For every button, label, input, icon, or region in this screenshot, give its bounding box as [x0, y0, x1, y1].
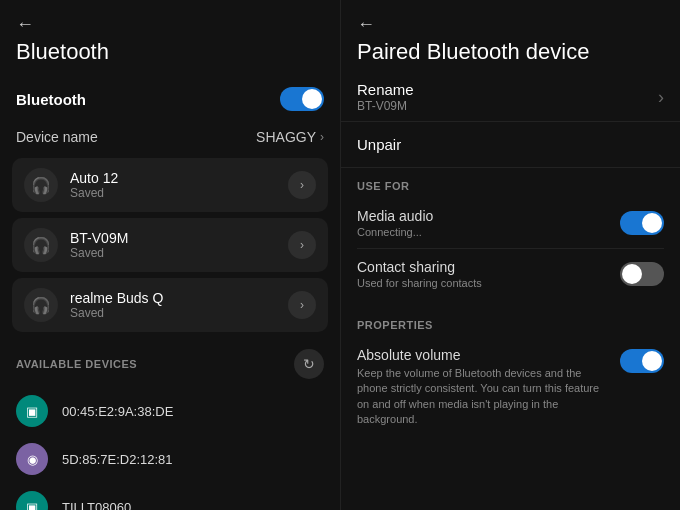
- bluetooth-toggle-row: Bluetooth: [0, 75, 340, 123]
- toggle-thumb-media: [642, 213, 662, 233]
- left-panel: ← Bluetooth Bluetooth Device name SHAGGY…: [0, 0, 340, 510]
- device-name-realme: realme Buds Q: [70, 290, 276, 306]
- device-name-label: Device name: [16, 129, 98, 145]
- device-name-btv09m: BT-V09M: [70, 230, 276, 246]
- bluetooth-toggle[interactable]: [280, 87, 324, 111]
- device-status-auto12: Saved: [70, 186, 276, 200]
- properties-label: PROPERTIES: [341, 307, 680, 337]
- available-item-3[interactable]: ▣ TILLT08060: [0, 483, 340, 510]
- properties-section: PROPERTIES Absolute volume Keep the volu…: [341, 307, 680, 438]
- refresh-button[interactable]: ↻: [294, 349, 324, 379]
- media-audio-label: Media audio: [357, 208, 433, 224]
- avail-icon-1: ▣: [16, 395, 48, 427]
- device-info-auto12: Auto 12 Saved: [70, 170, 276, 200]
- device-chevron-realme[interactable]: ›: [288, 291, 316, 319]
- device-name-auto12: Auto 12: [70, 170, 276, 186]
- abs-volume-toggle[interactable]: [620, 349, 664, 373]
- left-title: Bluetooth: [16, 39, 324, 65]
- rename-chevron: ›: [658, 87, 664, 108]
- device-name-chevron: ›: [320, 130, 324, 144]
- contact-sharing-desc: Used for sharing contacts: [357, 277, 482, 289]
- abs-volume-label: Absolute volume: [357, 347, 604, 363]
- avail-icon-2: ◉: [16, 443, 48, 475]
- bluetooth-label: Bluetooth: [16, 91, 86, 108]
- device-item-auto12[interactable]: 🎧 Auto 12 Saved ›: [12, 158, 328, 212]
- rename-row[interactable]: Rename BT-V09M ›: [341, 67, 680, 122]
- headphones-icon-3: 🎧: [24, 288, 58, 322]
- avail-mac-3: TILLT08060: [62, 500, 131, 511]
- rename-label: Rename: [357, 81, 414, 98]
- device-info-btv09m: BT-V09M Saved: [70, 230, 276, 260]
- right-panel: ← Paired Bluetooth device Rename BT-V09M…: [340, 0, 680, 510]
- left-header: ← Bluetooth: [0, 0, 340, 71]
- media-audio-status: Connecting...: [357, 226, 433, 238]
- available-item-2[interactable]: ◉ 5D:85:7E:D2:12:81: [0, 435, 340, 483]
- unpair-row[interactable]: Unpair: [341, 122, 680, 168]
- contact-sharing-info: Contact sharing Used for sharing contact…: [357, 259, 482, 289]
- device-name-value: SHAGGY ›: [256, 129, 324, 145]
- contact-sharing-toggle[interactable]: [620, 262, 664, 286]
- avail-mac-2: 5D:85:7E:D2:12:81: [62, 452, 173, 467]
- available-header: AVAILABLE DEVICES ↻: [0, 335, 340, 387]
- unpair-label: Unpair: [357, 136, 664, 153]
- rename-info: Rename BT-V09M: [357, 81, 414, 113]
- abs-volume-info: Absolute volume Keep the volume of Bluet…: [357, 347, 620, 428]
- device-chevron-auto12[interactable]: ›: [288, 171, 316, 199]
- headphones-icon: 🎧: [24, 168, 58, 202]
- media-audio-toggle[interactable]: [620, 211, 664, 235]
- headphones-icon-2: 🎧: [24, 228, 58, 262]
- device-chevron-btv09m[interactable]: ›: [288, 231, 316, 259]
- toggle-thumb-abs: [642, 351, 662, 371]
- contact-sharing-row: Contact sharing Used for sharing contact…: [341, 249, 680, 299]
- use-for-label: USE FOR: [341, 168, 680, 198]
- device-item-realme[interactable]: 🎧 realme Buds Q Saved ›: [12, 278, 328, 332]
- device-status-btv09m: Saved: [70, 246, 276, 260]
- right-back-arrow[interactable]: ←: [357, 14, 664, 35]
- avail-icon-3: ▣: [16, 491, 48, 510]
- abs-volume-row: Absolute volume Keep the volume of Bluet…: [341, 337, 680, 438]
- toggle-thumb: [302, 89, 322, 109]
- rename-device: BT-V09M: [357, 99, 414, 113]
- available-item-1[interactable]: ▣ 00:45:E2:9A:38:DE: [0, 387, 340, 435]
- device-status-realme: Saved: [70, 306, 276, 320]
- left-back-arrow[interactable]: ←: [16, 14, 324, 35]
- abs-volume-desc: Keep the volume of Bluetooth devices and…: [357, 366, 604, 428]
- device-info-realme: realme Buds Q Saved: [70, 290, 276, 320]
- right-header: ← Paired Bluetooth device: [341, 0, 680, 67]
- right-title: Paired Bluetooth device: [357, 39, 664, 65]
- available-label: AVAILABLE DEVICES: [16, 358, 137, 370]
- toggle-thumb-contact: [622, 264, 642, 284]
- avail-mac-1: 00:45:E2:9A:38:DE: [62, 404, 173, 419]
- contact-sharing-label: Contact sharing: [357, 259, 482, 275]
- device-name-row[interactable]: Device name SHAGGY ›: [0, 123, 340, 155]
- media-audio-row: Media audio Connecting...: [341, 198, 680, 248]
- media-audio-info: Media audio Connecting...: [357, 208, 433, 238]
- device-item-btv09m[interactable]: 🎧 BT-V09M Saved ›: [12, 218, 328, 272]
